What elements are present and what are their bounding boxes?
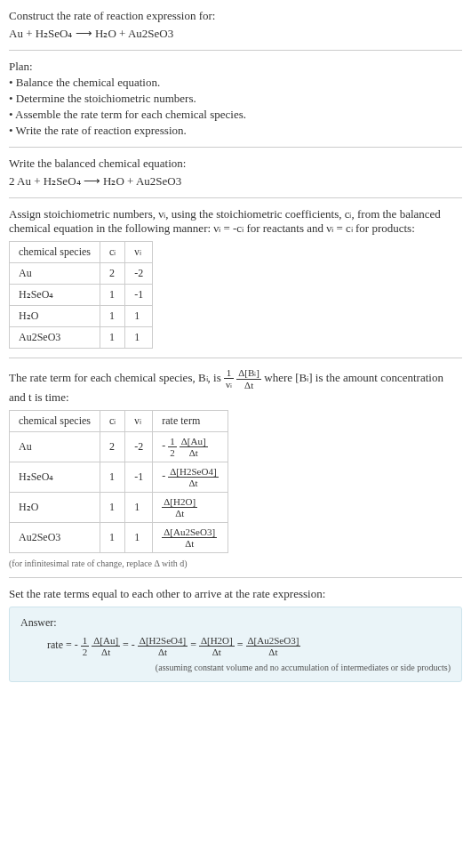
unbalanced-equation: Au + H₂SeO₄ ⟶ H₂O + Au2SeO3 <box>9 27 462 41</box>
answer-box: Answer: rate = - 12 Δ[Au]Δt = - Δ[H2SeO4… <box>9 607 462 682</box>
cell-species: Au <box>10 263 100 285</box>
cell-species: H₂O <box>10 493 100 523</box>
rateterm-section: The rate term for each chemical species,… <box>9 367 462 568</box>
plan-title: Plan: <box>9 60 462 74</box>
cell-c: 1 <box>100 306 124 327</box>
plan-section: Plan: • Balance the chemical equation. •… <box>9 60 462 138</box>
divider <box>9 577 462 578</box>
cell-species: H₂SeO₄ <box>10 462 100 493</box>
balanced-section: Write the balanced chemical equation: 2 … <box>9 157 462 189</box>
cell-rate: - Δ[H2SeO4]Δt <box>153 462 228 493</box>
answer-equation: rate = - 12 Δ[Au]Δt = - Δ[H2SeO4]Δt = Δ[… <box>47 635 451 657</box>
cell-nu: 1 <box>125 306 153 327</box>
cell-c: 1 <box>100 493 124 523</box>
table-row: H₂O 1 1 Δ[H2O]Δt <box>10 493 228 523</box>
balanced-title: Write the balanced chemical equation: <box>9 157 462 171</box>
cell-species: Au2SeO3 <box>10 327 100 349</box>
cell-c: 1 <box>100 327 124 349</box>
cell-species: H₂O <box>10 306 100 327</box>
stoich-intro: Assign stoichiometric numbers, νᵢ, using… <box>9 207 462 236</box>
plan-item: • Assemble the rate term for each chemic… <box>9 108 462 122</box>
table-row: Au2SeO3 1 1 <box>10 327 153 349</box>
table-row: Au 2 -2 - 12 Δ[Au]Δt <box>10 432 228 462</box>
col-species: chemical species <box>10 411 100 432</box>
table-row: H₂SeO₄ 1 -1 <box>10 285 153 306</box>
construct-title: Construct the rate of reaction expressio… <box>9 9 462 23</box>
table-row: H₂O 1 1 <box>10 306 153 327</box>
answer-label: Answer: <box>20 616 451 630</box>
cell-species: Au <box>10 432 100 462</box>
col-species: chemical species <box>10 242 100 263</box>
cell-c: 1 <box>100 462 124 493</box>
cell-nu: 1 <box>125 327 153 349</box>
rateterm-intro-pre: The rate term for each chemical species,… <box>9 371 224 384</box>
cell-c: 2 <box>100 432 124 462</box>
db-frac: Δ[Bᵢ]Δt <box>236 367 261 390</box>
cell-nu: -2 <box>125 432 153 462</box>
cell-nu: 1 <box>125 493 153 523</box>
stoich-table: chemical species cᵢ νᵢ Au 2 -2 H₂SeO₄ 1 … <box>9 241 153 349</box>
cell-c: 1 <box>100 285 124 306</box>
cell-nu: 1 <box>125 523 153 553</box>
final-title: Set the rate terms equal to each other t… <box>9 587 462 601</box>
cell-nu: -1 <box>125 285 153 306</box>
col-c: cᵢ <box>100 411 124 432</box>
table-header-row: chemical species cᵢ νᵢ rate term <box>10 411 228 432</box>
cell-rate: Δ[H2O]Δt <box>153 493 228 523</box>
stoich-section: Assign stoichiometric numbers, νᵢ, using… <box>9 207 462 349</box>
cell-nu: -2 <box>125 263 153 285</box>
cell-rate: Δ[Au2SeO3]Δt <box>153 523 228 553</box>
divider <box>9 197 462 198</box>
rateterm-note: (for infinitesimal rate of change, repla… <box>9 559 462 568</box>
divider <box>9 147 462 148</box>
cell-c: 1 <box>100 523 124 553</box>
divider <box>9 358 462 358</box>
col-rate: rate term <box>153 411 228 432</box>
answer-note: (assuming constant volume and no accumul… <box>20 663 451 672</box>
col-nu: νᵢ <box>125 242 153 263</box>
table-header-row: chemical species cᵢ νᵢ <box>10 242 153 263</box>
balanced-equation: 2 Au + H₂SeO₄ ⟶ H₂O + Au2SeO3 <box>9 174 462 189</box>
plan-item: • Write the rate of reaction expression. <box>9 124 462 138</box>
final-section: Set the rate terms equal to each other t… <box>9 587 462 682</box>
cell-species: H₂SeO₄ <box>10 285 100 306</box>
table-row: Au2SeO3 1 1 Δ[Au2SeO3]Δt <box>10 523 228 553</box>
cell-rate: - 12 Δ[Au]Δt <box>153 432 228 462</box>
plan-item: • Determine the stoichiometric numbers. <box>9 92 462 106</box>
header-section: Construct the rate of reaction expressio… <box>9 9 462 41</box>
col-c: cᵢ <box>100 242 124 263</box>
divider <box>9 50 462 51</box>
cell-species: Au2SeO3 <box>10 523 100 553</box>
rate-label: rate = <box>47 639 75 651</box>
plan-item: • Balance the chemical equation. <box>9 76 462 90</box>
col-nu: νᵢ <box>125 411 153 432</box>
rateterm-table: chemical species cᵢ νᵢ rate term Au 2 -2… <box>9 410 228 553</box>
cell-nu: -1 <box>125 462 153 493</box>
rateterm-intro: The rate term for each chemical species,… <box>9 367 462 405</box>
table-row: Au 2 -2 <box>10 263 153 285</box>
nu-frac: 1νᵢ <box>224 367 234 390</box>
cell-c: 2 <box>100 263 124 285</box>
table-row: H₂SeO₄ 1 -1 - Δ[H2SeO4]Δt <box>10 462 228 493</box>
